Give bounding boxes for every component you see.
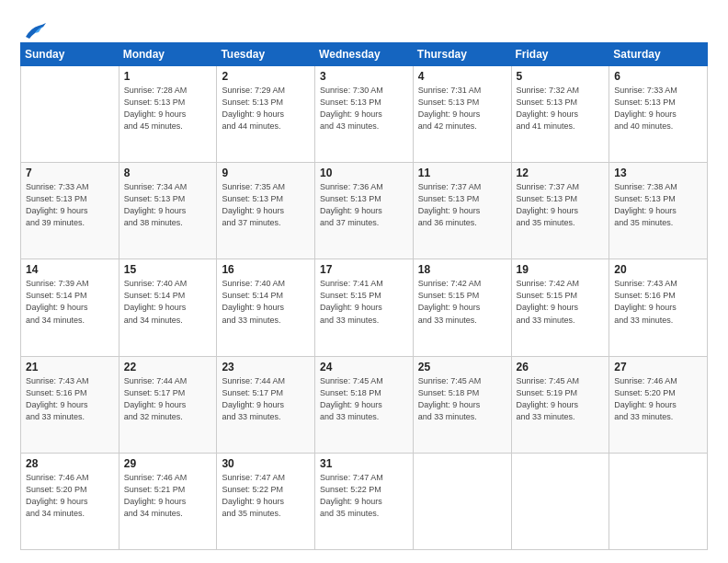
day-number: 27: [614, 361, 702, 373]
calendar-cell: 28Sunrise: 7:46 AM Sunset: 5:20 PM Dayli…: [21, 453, 119, 549]
day-info: Sunrise: 7:43 AM Sunset: 5:16 PM Dayligh…: [26, 375, 114, 423]
day-number: 2: [222, 70, 310, 83]
day-number: 19: [517, 263, 605, 276]
calendar-header: SundayMondayTuesdayWednesdayThursdayFrid…: [21, 43, 708, 66]
day-info: Sunrise: 7:43 AM Sunset: 5:16 PM Dayligh…: [614, 278, 702, 326]
day-number: 22: [124, 361, 212, 373]
day-number: 16: [222, 263, 310, 276]
calendar-cell: [21, 66, 119, 163]
day-info: Sunrise: 7:28 AM Sunset: 5:13 PM Dayligh…: [124, 85, 212, 132]
day-number: 23: [222, 361, 310, 373]
calendar-cell: 15Sunrise: 7:40 AM Sunset: 5:14 PM Dayli…: [119, 259, 217, 356]
day-number: 15: [124, 263, 212, 276]
day-info: Sunrise: 7:42 AM Sunset: 5:15 PM Dayligh…: [517, 278, 605, 326]
day-number: 11: [418, 167, 506, 179]
day-number: 9: [222, 167, 310, 179]
calendar-cell: 4Sunrise: 7:31 AM Sunset: 5:13 PM Daylig…: [413, 66, 511, 163]
day-info: Sunrise: 7:46 AM Sunset: 5:20 PM Dayligh…: [614, 375, 702, 423]
weekday-header: Tuesday: [217, 43, 315, 66]
calendar-cell: 21Sunrise: 7:43 AM Sunset: 5:16 PM Dayli…: [21, 356, 119, 453]
calendar-cell: 12Sunrise: 7:37 AM Sunset: 5:13 PM Dayli…: [511, 163, 609, 259]
weekday-header: Saturday: [609, 43, 708, 66]
day-info: Sunrise: 7:39 AM Sunset: 5:14 PM Dayligh…: [26, 278, 114, 326]
day-info: Sunrise: 7:33 AM Sunset: 5:13 PM Dayligh…: [614, 85, 702, 132]
day-number: 13: [614, 167, 702, 179]
day-info: Sunrise: 7:36 AM Sunset: 5:13 PM Dayligh…: [320, 181, 408, 229]
calendar-cell: 2Sunrise: 7:29 AM Sunset: 5:13 PM Daylig…: [217, 66, 315, 163]
day-info: Sunrise: 7:29 AM Sunset: 5:13 PM Dayligh…: [222, 85, 310, 132]
day-number: 24: [320, 361, 408, 373]
calendar-cell: 18Sunrise: 7:42 AM Sunset: 5:15 PM Dayli…: [413, 259, 511, 356]
day-info: Sunrise: 7:45 AM Sunset: 5:19 PM Dayligh…: [517, 375, 605, 423]
day-number: 8: [124, 167, 212, 179]
day-info: Sunrise: 7:40 AM Sunset: 5:14 PM Dayligh…: [222, 278, 310, 326]
calendar-cell: 13Sunrise: 7:38 AM Sunset: 5:13 PM Dayli…: [609, 163, 708, 259]
weekday-header: Thursday: [413, 43, 511, 66]
day-number: 4: [418, 70, 506, 83]
day-number: 29: [124, 457, 212, 470]
calendar-week-row: 14Sunrise: 7:39 AM Sunset: 5:14 PM Dayli…: [21, 259, 708, 356]
calendar-week-row: 7Sunrise: 7:33 AM Sunset: 5:13 PM Daylig…: [21, 163, 708, 259]
calendar-cell: [413, 453, 511, 549]
day-info: Sunrise: 7:30 AM Sunset: 5:13 PM Dayligh…: [320, 85, 408, 132]
calendar-cell: 14Sunrise: 7:39 AM Sunset: 5:14 PM Dayli…: [21, 259, 119, 356]
calendar-body: 1Sunrise: 7:28 AM Sunset: 5:13 PM Daylig…: [21, 66, 708, 550]
day-info: Sunrise: 7:34 AM Sunset: 5:13 PM Dayligh…: [124, 181, 212, 229]
calendar-cell: 20Sunrise: 7:43 AM Sunset: 5:16 PM Dayli…: [609, 259, 708, 356]
calendar-cell: 8Sunrise: 7:34 AM Sunset: 5:13 PM Daylig…: [119, 163, 217, 259]
day-number: 21: [26, 361, 114, 373]
calendar-cell: 3Sunrise: 7:30 AM Sunset: 5:13 PM Daylig…: [315, 66, 414, 163]
calendar-week-row: 28Sunrise: 7:46 AM Sunset: 5:20 PM Dayli…: [21, 453, 708, 549]
calendar-cell: 30Sunrise: 7:47 AM Sunset: 5:22 PM Dayli…: [217, 453, 315, 549]
calendar-cell: 7Sunrise: 7:33 AM Sunset: 5:13 PM Daylig…: [21, 163, 119, 259]
day-info: Sunrise: 7:44 AM Sunset: 5:17 PM Dayligh…: [222, 375, 310, 423]
weekday-header: Sunday: [21, 43, 119, 66]
day-info: Sunrise: 7:35 AM Sunset: 5:13 PM Dayligh…: [222, 181, 310, 229]
day-number: 1: [124, 70, 212, 83]
day-number: 25: [418, 361, 506, 373]
calendar-cell: 25Sunrise: 7:45 AM Sunset: 5:18 PM Dayli…: [413, 356, 511, 453]
calendar-cell: 6Sunrise: 7:33 AM Sunset: 5:13 PM Daylig…: [609, 66, 708, 163]
day-number: 10: [320, 167, 408, 179]
calendar-cell: 9Sunrise: 7:35 AM Sunset: 5:13 PM Daylig…: [217, 163, 315, 259]
calendar-cell: [609, 453, 708, 549]
calendar-cell: 27Sunrise: 7:46 AM Sunset: 5:20 PM Dayli…: [609, 356, 708, 453]
calendar-cell: 11Sunrise: 7:37 AM Sunset: 5:13 PM Dayli…: [413, 163, 511, 259]
calendar-cell: 23Sunrise: 7:44 AM Sunset: 5:17 PM Dayli…: [217, 356, 315, 453]
page: SundayMondayTuesdayWednesdayThursdayFrid…: [0, 0, 728, 563]
logo-bird-icon: [22, 20, 48, 40]
day-number: 14: [26, 263, 114, 276]
day-info: Sunrise: 7:44 AM Sunset: 5:17 PM Dayligh…: [124, 375, 212, 423]
calendar-cell: 17Sunrise: 7:41 AM Sunset: 5:15 PM Dayli…: [315, 259, 414, 356]
weekday-row: SundayMondayTuesdayWednesdayThursdayFrid…: [21, 43, 708, 66]
day-number: 30: [222, 457, 310, 470]
calendar-cell: 16Sunrise: 7:40 AM Sunset: 5:14 PM Dayli…: [217, 259, 315, 356]
day-number: 20: [614, 263, 702, 276]
day-info: Sunrise: 7:45 AM Sunset: 5:18 PM Dayligh…: [418, 375, 506, 423]
calendar-cell: 1Sunrise: 7:28 AM Sunset: 5:13 PM Daylig…: [119, 66, 217, 163]
calendar-week-row: 21Sunrise: 7:43 AM Sunset: 5:16 PM Dayli…: [21, 356, 708, 453]
day-number: 12: [517, 167, 605, 179]
day-info: Sunrise: 7:46 AM Sunset: 5:20 PM Dayligh…: [26, 472, 114, 520]
logo: [20, 20, 48, 37]
calendar-cell: [511, 453, 609, 549]
header: [20, 17, 708, 37]
day-number: 7: [26, 167, 114, 179]
day-number: 31: [320, 457, 408, 470]
day-info: Sunrise: 7:33 AM Sunset: 5:13 PM Dayligh…: [26, 181, 114, 229]
calendar-cell: 22Sunrise: 7:44 AM Sunset: 5:17 PM Dayli…: [119, 356, 217, 453]
day-info: Sunrise: 7:40 AM Sunset: 5:14 PM Dayligh…: [124, 278, 212, 326]
weekday-header: Monday: [119, 43, 217, 66]
weekday-header: Wednesday: [315, 43, 414, 66]
day-number: 17: [320, 263, 408, 276]
day-number: 5: [517, 70, 605, 83]
day-info: Sunrise: 7:47 AM Sunset: 5:22 PM Dayligh…: [320, 472, 408, 520]
day-info: Sunrise: 7:46 AM Sunset: 5:21 PM Dayligh…: [124, 472, 212, 520]
day-info: Sunrise: 7:38 AM Sunset: 5:13 PM Dayligh…: [614, 181, 702, 229]
day-number: 28: [26, 457, 114, 470]
calendar-cell: 10Sunrise: 7:36 AM Sunset: 5:13 PM Dayli…: [315, 163, 414, 259]
calendar-cell: 26Sunrise: 7:45 AM Sunset: 5:19 PM Dayli…: [511, 356, 609, 453]
day-number: 26: [517, 361, 605, 373]
weekday-header: Friday: [511, 43, 609, 66]
calendar-cell: 29Sunrise: 7:46 AM Sunset: 5:21 PM Dayli…: [119, 453, 217, 549]
